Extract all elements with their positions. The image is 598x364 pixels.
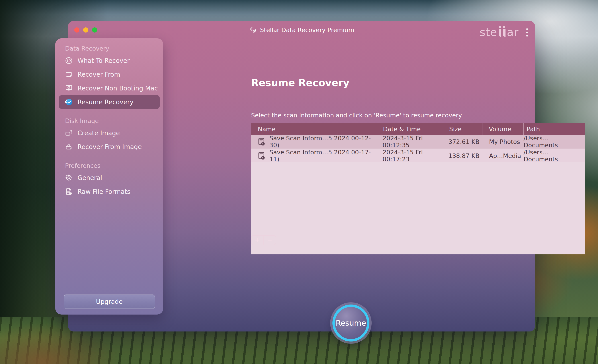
column-header-path[interactable]: Path (523, 123, 585, 135)
section-label-disk-image: Disk Image (65, 117, 163, 124)
cell-datetime: 2024-3-15 Fri 00:12:35 (377, 135, 443, 149)
upgrade-button[interactable]: Upgrade (64, 295, 155, 309)
sidebar-item-label: Recover From Image (77, 143, 142, 151)
raw-file-add-icon (65, 187, 73, 196)
section-label-data-recovery: Data Recovery (65, 45, 163, 52)
sidebar-item-create-image[interactable]: Create Image (59, 126, 160, 140)
cell-size: 138.87 KB (443, 149, 483, 162)
cell-path: /Users…Documents (523, 149, 585, 162)
cell-volume: My Photos (483, 135, 523, 149)
close-button[interactable] (74, 27, 79, 33)
stellar-logo: stear (480, 26, 519, 39)
column-header-datetime[interactable]: Date & Time (377, 123, 443, 135)
sidebar-item-raw-file-formats[interactable]: Raw File Formats (59, 185, 160, 199)
logo-ll-glyph (499, 29, 506, 37)
create-image-icon (65, 129, 73, 137)
sidebar-item-label: General (77, 174, 102, 182)
cell-size: 372.61 KB (443, 135, 483, 149)
sidebar-item-general[interactable]: General (59, 171, 160, 185)
sidebar-item-label: Recover From (77, 71, 120, 78)
sidebar-item-label: What To Recover (77, 57, 130, 64)
remove-scan-button[interactable]: − (264, 236, 276, 245)
sidebar: Data Recovery What To Recover Recover Fr… (55, 38, 163, 314)
column-header-size[interactable]: Size (443, 123, 483, 135)
cell-volume: Ap…Media (483, 149, 523, 162)
column-header-name[interactable]: Name (251, 123, 377, 135)
table-row[interactable]: Save Scan Inform…5 2024 00-17-11) 2024-3… (251, 149, 585, 162)
non-booting-mac-icon (65, 84, 73, 92)
window-title: Stellar Data Recovery Premium (260, 26, 354, 33)
cell-path: /Users…Documents (523, 135, 585, 149)
scan-info-file-icon (257, 137, 266, 146)
gear-icon (65, 174, 73, 182)
sidebar-item-recover-from-image[interactable]: Recover From Image (59, 140, 160, 154)
cell-name: Save Scan Inform…5 2024 00-17-11) (269, 149, 377, 163)
kebab-menu-icon[interactable] (524, 27, 530, 37)
table-row[interactable]: Save Scan Inform…5 2024 00-12-30) 2024-3… (251, 135, 585, 149)
sidebar-item-recover-from[interactable]: Recover From (59, 67, 160, 81)
scan-info-file-icon (257, 151, 266, 160)
drive-icon (65, 70, 73, 79)
sidebar-item-what-to-recover[interactable]: What To Recover (59, 54, 160, 67)
sidebar-item-label: Resume Recovery (77, 99, 133, 106)
traffic-lights (74, 27, 97, 33)
sidebar-item-label: Create Image (77, 129, 120, 137)
sidebar-item-recover-non-booting-mac[interactable]: Recover Non Booting Mac (59, 81, 160, 95)
add-scan-button[interactable]: + (251, 236, 264, 245)
column-header-volume[interactable]: Volume (483, 123, 523, 135)
resume-check-icon (65, 98, 73, 106)
scan-table: Name Date & Time Size Volume Path Save S… (251, 123, 585, 254)
page-title: Resume Recovery (251, 77, 349, 88)
recover-from-image-icon (65, 143, 73, 151)
cell-datetime: 2024-3-15 Fri 00:17:23 (377, 149, 443, 162)
sidebar-item-label: Raw File Formats (77, 188, 130, 195)
cell-name: Save Scan Inform…5 2024 00-12-30) (269, 135, 377, 149)
back-history-icon[interactable] (249, 26, 257, 34)
sidebar-item-label: Recover Non Booting Mac (77, 85, 158, 92)
section-label-preferences: Preferences (65, 162, 163, 169)
zoom-button[interactable] (92, 27, 97, 33)
restore-icon (65, 56, 73, 65)
resume-button[interactable]: Resume (332, 305, 369, 341)
table-header: Name Date & Time Size Volume Path (251, 123, 585, 135)
list-controls: + − (251, 235, 276, 245)
sidebar-item-resume-recovery[interactable]: Resume Recovery (59, 95, 160, 109)
minimize-button[interactable] (83, 27, 88, 33)
instruction-text: Select the scan information and click on… (251, 112, 463, 119)
titlebar: Stellar Data Recovery Premium stear (68, 21, 535, 39)
